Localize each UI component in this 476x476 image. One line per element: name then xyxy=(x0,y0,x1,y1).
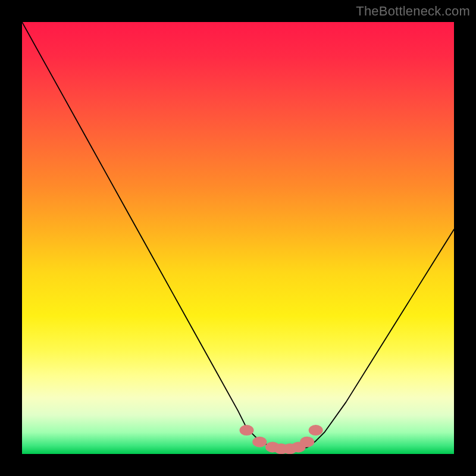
bottleneck-curve xyxy=(22,22,454,450)
chart-svg xyxy=(22,22,454,454)
chart-container: TheBottleneck.com xyxy=(0,0,476,476)
valley-marker xyxy=(309,425,323,436)
valley-marker xyxy=(240,425,254,436)
plot-area xyxy=(22,22,454,454)
valley-marker xyxy=(252,437,267,447)
valley-markers xyxy=(240,425,323,454)
watermark-text: TheBottleneck.com xyxy=(356,4,470,19)
valley-marker xyxy=(300,437,314,447)
